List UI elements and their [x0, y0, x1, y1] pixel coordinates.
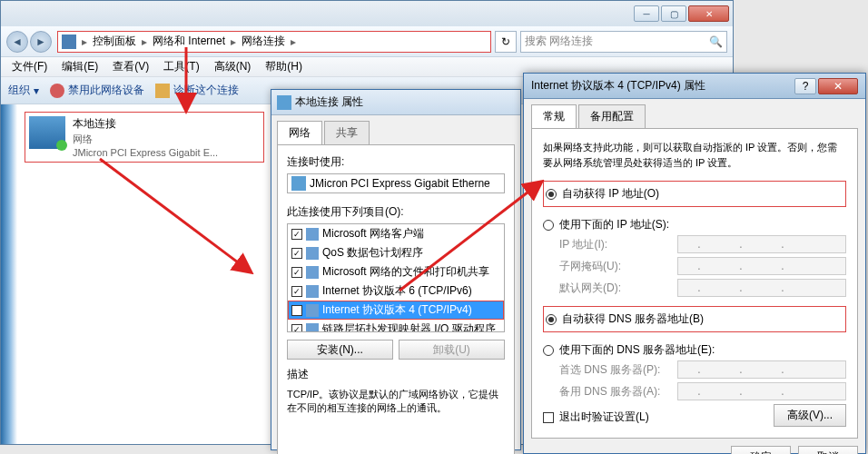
install-button[interactable]: 安装(N)... [287, 340, 393, 360]
desc-text: TCP/IP。该协议是默认的广域网络协议，它提供在不同的相互连接的网络上的通讯。 [287, 388, 505, 416]
tab-general[interactable]: 常规 [531, 104, 577, 128]
cancel-button[interactable]: 取消 [798, 446, 858, 454]
breadcrumb[interactable]: ▸ 控制面板 ▸ 网络和 Internet ▸ 网络连接 ▸ [57, 31, 491, 53]
menu-advanced[interactable]: 高级(N) [207, 59, 259, 74]
radio-icon [543, 220, 554, 231]
bc-network-internet[interactable]: 网络和 Internet [149, 34, 229, 49]
menu-help[interactable]: 帮助(H) [258, 59, 310, 74]
info-text: 如果网络支持此功能，则可以获取自动指派的 IP 设置。否则，您需要从网络系统管理… [543, 140, 846, 170]
radio-icon [546, 189, 557, 200]
maximize-button[interactable]: ▢ [661, 5, 686, 22]
auto-ip-group: 自动获得 IP 地址(O) [543, 181, 846, 207]
organize-button[interactable]: 组织▾ [8, 83, 39, 98]
minimize-button[interactable]: ─ [634, 5, 659, 22]
ip-addr-label: IP 地址(I): [559, 237, 677, 252]
checkbox-icon [543, 412, 554, 423]
bc-network-connections[interactable]: 网络连接 [238, 34, 289, 49]
list-item: ✓QoS 数据包计划程序 [288, 243, 504, 262]
search-icon: 🔍 [709, 35, 723, 48]
radio-manual-ip[interactable]: 使用下面的 IP 地址(S): [543, 214, 846, 235]
list-item-ipv4: ✓Internet 协议版本 4 (TCP/IPv4) [288, 301, 504, 320]
connection-type: 网络 [73, 133, 218, 146]
dialog-icon [277, 95, 291, 110]
dns2-label: 备用 DNS 服务器(A): [559, 384, 677, 400]
dialog-titlebar[interactable]: 本地连接 属性 [271, 90, 520, 115]
connection-name: 本地连接 [73, 116, 218, 132]
forward-button[interactable]: ► [30, 31, 52, 53]
subnet-label: 子网掩码(U): [559, 259, 677, 274]
tab-alternate[interactable]: 备用配置 [578, 104, 646, 128]
radio-icon [546, 314, 557, 325]
auto-dns-group: 自动获得 DNS 服务器地址(B) [543, 306, 846, 332]
nic-field: JMicron PCI Express Gigabit Etherne [287, 173, 505, 193]
radio-auto-dns[interactable]: 自动获得 DNS 服务器地址(B) [546, 309, 843, 330]
subnet-input: ... [677, 257, 846, 275]
help-button[interactable]: ? [794, 78, 816, 94]
radio-manual-dns[interactable]: 使用下面的 DNS 服务器地址(E): [543, 340, 846, 360]
gateway-label: 默认网关(D): [559, 281, 677, 296]
ok-button[interactable]: 确定 [731, 446, 791, 454]
back-button[interactable]: ◄ [6, 31, 28, 53]
close-button[interactable]: ✕ [688, 5, 729, 22]
tab-network[interactable]: 网络 [277, 121, 322, 144]
dialog-title: 本地连接 属性 [295, 94, 363, 110]
uninstall-button[interactable]: 卸载(U) [399, 340, 505, 360]
list-item: ✓链路层拓扑发现映射器 I/O 驱动程序 [288, 320, 504, 332]
ipv4-properties-dialog: Internet 协议版本 4 (TCP/IPv4) 属性 ? ✕ 常规 备用配… [523, 73, 866, 454]
left-edge [1, 104, 17, 444]
menu-tools[interactable]: 工具(T) [156, 59, 206, 74]
network-adapter-icon [29, 116, 65, 149]
disable-device-button[interactable]: 禁用此网络设备 [50, 83, 144, 98]
diagnose-icon [155, 84, 170, 98]
advanced-button[interactable]: 高级(V)... [774, 404, 846, 427]
gateway-input: ... [677, 279, 846, 297]
radio-icon [543, 345, 554, 356]
ip-addr-input: ... [677, 235, 846, 253]
close-button[interactable]: ✕ [818, 78, 858, 94]
ipv4-title: Internet 协议版本 4 (TCP/IPv4) 属性 [531, 78, 794, 94]
dns2-input: ... [677, 382, 846, 400]
titlebar: ─ ▢ ✕ [1, 1, 733, 26]
location-icon [62, 35, 76, 49]
nav-bar: ◄ ► ▸ 控制面板 ▸ 网络和 Internet ▸ 网络连接 ▸ ↻ 搜索 … [1, 26, 733, 57]
dns1-input: ... [677, 360, 846, 379]
tab-sharing[interactable]: 共享 [324, 121, 370, 144]
menu-file[interactable]: 文件(F) [5, 59, 54, 74]
desc-label: 描述 [287, 367, 505, 382]
ipv4-titlebar[interactable]: Internet 协议版本 4 (TCP/IPv4) 属性 ? ✕ [524, 74, 865, 99]
dns1-label: 首选 DNS 服务器(P): [559, 362, 677, 378]
bc-control-panel[interactable]: 控制面板 [89, 34, 140, 49]
list-item: ✓Microsoft 网络的文件和打印机共享 [288, 262, 504, 281]
connection-device: JMicron PCI Express Gigabit E... [73, 147, 218, 158]
items-label: 此连接使用下列项目(O): [287, 204, 505, 220]
connection-properties-dialog: 本地连接 属性 网络 共享 连接时使用: JMicron PCI Express… [271, 89, 521, 450]
refresh-button[interactable]: ↻ [495, 31, 517, 53]
protocol-list[interactable]: ✓Microsoft 网络客户端 ✓QoS 数据包计划程序 ✓Microsoft… [287, 223, 505, 332]
menu-view[interactable]: 查看(V) [105, 59, 156, 74]
search-placeholder: 搜索 网络连接 [525, 34, 593, 49]
list-item: ✓Microsoft 网络客户端 [288, 224, 504, 243]
disable-icon [50, 84, 64, 98]
search-input[interactable]: 搜索 网络连接 🔍 [520, 31, 727, 53]
list-item: ✓Internet 协议版本 6 (TCP/IPv6) [288, 281, 504, 301]
connection-item[interactable]: 本地连接 网络 JMicron PCI Express Gigabit E... [25, 112, 264, 163]
nic-icon [291, 176, 306, 191]
connect-using-label: 连接时使用: [287, 154, 505, 170]
radio-auto-ip[interactable]: 自动获得 IP 地址(O) [546, 183, 843, 204]
menu-edit[interactable]: 编辑(E) [54, 59, 105, 74]
diagnose-button[interactable]: 诊断这个连接 [155, 83, 239, 98]
